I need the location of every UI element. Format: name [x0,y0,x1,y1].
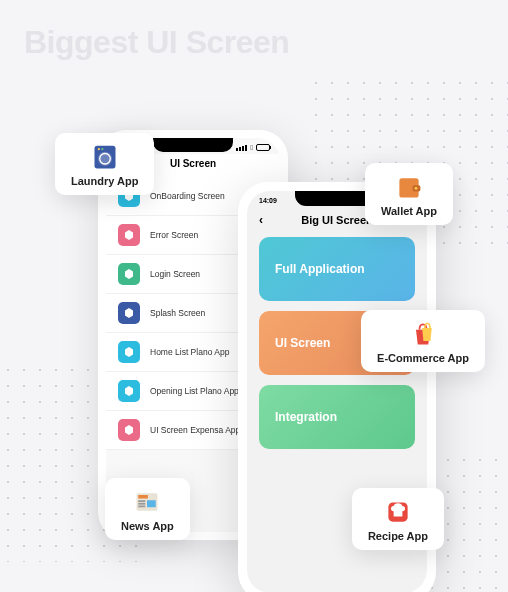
float-card-label: E-Commerce App [377,352,469,364]
list-item-label: Splash Screen [150,308,205,318]
hexagon-icon [118,263,140,285]
hexagon-icon [118,380,140,402]
svg-rect-10 [139,503,146,505]
float-card-label: Laundry App [71,175,138,187]
svg-rect-9 [139,500,146,502]
svg-rect-11 [139,506,146,508]
battery-icon [256,144,270,151]
wifi-icon: 􀙇 [250,144,253,151]
signal-icon [236,145,247,151]
list-item-label: OnBoarding Screen [150,191,225,201]
float-card-wallet[interactable]: Wallet App [365,163,453,225]
shopping-bag-icon [409,320,437,348]
float-card-label: News App [121,520,174,532]
list-item-label: Home List Plano App [150,347,229,357]
washer-icon [91,143,119,171]
list-item-label: Error Screen [150,230,198,240]
category-card[interactable]: Integration [259,385,415,449]
list-item-label: Opening List Plano App [150,386,239,396]
chef-hat-icon [384,498,412,526]
float-card-label: Recipe App [368,530,428,542]
float-card-label: Wallet App [381,205,437,217]
hexagon-icon [118,341,140,363]
hero-title: Biggest UI Screen [24,24,289,61]
svg-point-3 [98,148,100,150]
hexagon-icon [118,419,140,441]
float-card-laundry[interactable]: Laundry App [55,133,154,195]
list-item-label: Login Screen [150,269,200,279]
svg-rect-12 [147,500,156,507]
svg-point-4 [101,148,103,150]
float-card-news[interactable]: News App [105,478,190,540]
wallet-icon [395,173,423,201]
svg-point-6 [415,187,418,190]
svg-rect-8 [139,495,149,499]
hexagon-icon [118,224,140,246]
float-card-recipe[interactable]: Recipe App [352,488,444,550]
category-card[interactable]: Full Application [259,237,415,301]
status-time: 14:09 [259,197,277,204]
float-card-ecommerce[interactable]: E-Commerce App [361,310,485,372]
phone-notch [153,138,233,152]
list-item-label: UI Screen Expensa App [150,425,240,435]
hexagon-icon [118,302,140,324]
newspaper-icon [133,488,161,516]
